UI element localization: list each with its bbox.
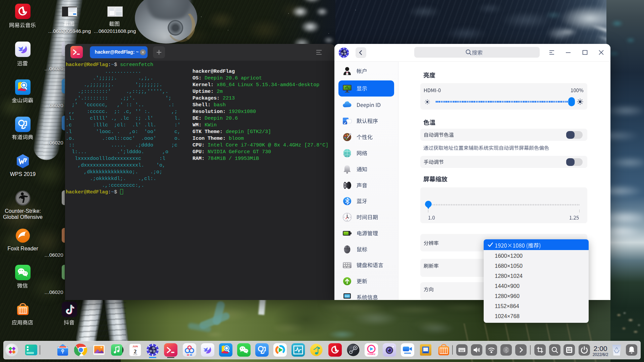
svg-text:YOUKU: YOUKU xyxy=(367,353,375,355)
svg-text:deepin: deepin xyxy=(345,295,350,297)
svg-text:JUN: JUN xyxy=(132,345,138,348)
svg-text:THUR: THUR xyxy=(133,354,138,356)
